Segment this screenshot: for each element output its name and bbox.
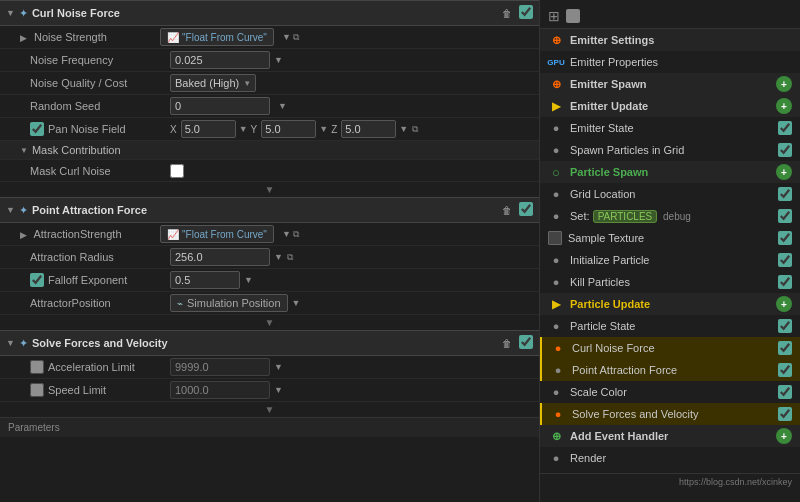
particle-update-add-btn[interactable]: + (776, 296, 792, 312)
spawn-particles-check[interactable] (778, 143, 792, 157)
y-dropdown[interactable]: ▼ (319, 124, 328, 134)
curl-noise-delete-btn[interactable]: 🗑 (499, 5, 515, 21)
parameters-tab[interactable]: Parameters (0, 417, 539, 437)
sidebar-item-point-attraction-force[interactable]: ● Point Attraction Force (540, 359, 800, 381)
sidebar-item-particle-spawn[interactable]: ○ Particle Spawn + (540, 161, 800, 183)
rs-dropdown-icon[interactable]: ▼ (278, 101, 287, 111)
sidebar-item-particle-update[interactable]: ▶ Particle Update + (540, 293, 800, 315)
noise-strength-expand[interactable]: ▶ (20, 33, 27, 43)
solve-forces-collapse-arrow[interactable]: ▼ (0, 402, 539, 417)
point-attraction-force-check[interactable] (778, 363, 792, 377)
pa-enabled-check[interactable] (519, 202, 533, 216)
particle-update-icon: ▶ (548, 296, 564, 312)
sl-dropdown-icon[interactable]: ▼ (274, 385, 283, 395)
sidebar-item-set-particles[interactable]: ● Set: PARTICLES debug (540, 205, 800, 227)
sidebar-item-emitter-update[interactable]: ▶ Emitter Update + (540, 95, 800, 117)
acceleration-limit-input[interactable] (170, 358, 270, 376)
attractor-position-value: ⌁ Simulation Position ▼ (170, 294, 531, 312)
sidebar-item-curl-noise-force[interactable]: ● Curl Noise Force (540, 337, 800, 359)
initialize-particle-icon: ● (548, 252, 564, 268)
random-seed-input[interactable] (170, 97, 270, 115)
al-dropdown-icon[interactable]: ▼ (274, 362, 283, 372)
sidebar-item-sample-texture[interactable]: Sample Texture (540, 227, 800, 249)
sim-position-btn[interactable]: ⌁ Simulation Position (170, 294, 288, 312)
emitter-spawn-add-btn[interactable]: + (776, 76, 792, 92)
sim-pos-icon: ⌁ (177, 298, 183, 309)
fe-dropdown-icon[interactable]: ▼ (244, 275, 253, 285)
attraction-radius-input[interactable] (170, 248, 270, 266)
sidebar-item-emitter-spawn[interactable]: ⊕ Emitter Spawn + (540, 73, 800, 95)
solve-forces-check[interactable] (778, 407, 792, 421)
pa-delete-btn[interactable]: 🗑 (499, 202, 515, 218)
sidebar-item-render[interactable]: ● Render (540, 447, 800, 469)
set-particles-label: Set: PARTICLES debug (570, 210, 778, 222)
mask-curl-noise-check[interactable] (170, 164, 184, 178)
noise-strength-curve-btn[interactable]: 📈 "Float From Curve" (160, 28, 274, 46)
pan-noise-y-input[interactable] (261, 120, 316, 138)
initialize-particle-check[interactable] (778, 253, 792, 267)
particle-spawn-add-btn[interactable]: + (776, 164, 792, 180)
kill-particles-check[interactable] (778, 275, 792, 289)
z-dropdown[interactable]: ▼ (399, 124, 408, 134)
pan-noise-x-input[interactable] (181, 120, 236, 138)
curl-noise-force-check[interactable] (778, 341, 792, 355)
ns-dropdown-icon[interactable]: ▼ (282, 32, 291, 43)
as-expand[interactable]: ▶ (20, 230, 27, 240)
speed-check[interactable] (30, 383, 44, 397)
sidebar-item-emitter-properties[interactable]: GPU Emitter Properties (540, 51, 800, 73)
ap-dropdown-icon[interactable]: ▼ (292, 298, 301, 308)
noise-quality-arrow: ▼ (243, 79, 251, 88)
ns-link-icon[interactable]: ⧉ (293, 32, 299, 43)
curl-noise-section-header[interactable]: ▼ ✦ Curl Noise Force 🗑 (0, 0, 539, 26)
sidebar-item-add-event-handler[interactable]: ⊕ Add Event Handler + (540, 425, 800, 447)
as-dropdown-icon[interactable]: ▼ (282, 229, 291, 240)
emitter-state-check[interactable] (778, 121, 792, 135)
particle-state-check[interactable] (778, 319, 792, 333)
sidebar-item-scale-color[interactable]: ● Scale Color (540, 381, 800, 403)
ar-link-icon[interactable]: ⧉ (287, 252, 293, 263)
add-event-handler-add-btn[interactable]: + (776, 428, 792, 444)
sf-delete-btn[interactable]: 🗑 (499, 335, 515, 351)
sidebar-item-emitter-state[interactable]: ● Emitter State (540, 117, 800, 139)
sidebar-item-initialize-particle[interactable]: ● Initialize Particle (540, 249, 800, 271)
accel-check[interactable] (30, 360, 44, 374)
sidebar-item-kill-particles[interactable]: ● Kill Particles (540, 271, 800, 293)
pan-noise-check[interactable] (30, 122, 44, 136)
ar-dropdown-icon[interactable]: ▼ (274, 252, 283, 262)
noise-quality-dropdown[interactable]: Baked (High) ▼ (170, 74, 256, 92)
set-particles-check[interactable] (778, 209, 792, 223)
noise-frequency-input[interactable] (170, 51, 270, 69)
sidebar-item-particle-state[interactable]: ● Particle State (540, 315, 800, 337)
falloff-exponent-input[interactable] (170, 271, 240, 289)
attraction-strength-value: 📈 "Float From Curve" ▼ ⧉ (160, 225, 531, 243)
sf-enabled-check[interactable] (519, 335, 533, 349)
grid-location-check[interactable] (778, 187, 792, 201)
mask-curl-noise-row: Mask Curl Noise (0, 160, 539, 182)
sidebar-item-solve-forces[interactable]: ● Solve Forces and Velocity (540, 403, 800, 425)
initialize-particle-label: Initialize Particle (570, 254, 778, 266)
scale-color-check[interactable] (778, 385, 792, 399)
sample-texture-check[interactable] (778, 231, 792, 245)
attractor-position-label: AttractorPosition (30, 297, 170, 309)
nf-dropdown-icon[interactable]: ▼ (274, 55, 283, 65)
mask-contribution-header[interactable]: ▼ Mask Contribution (0, 141, 539, 160)
emitter-update-add-btn[interactable]: + (776, 98, 792, 114)
sidebar-item-emitter-settings[interactable]: ⊕ Emitter Settings (540, 29, 800, 51)
sidebar-item-spawn-particles[interactable]: ● Spawn Particles in Grid (540, 139, 800, 161)
stack-icon[interactable]: ⊞ (548, 8, 560, 24)
pan-noise-z-input[interactable] (341, 120, 396, 138)
z-label: Z (331, 124, 337, 135)
speed-limit-input[interactable] (170, 381, 270, 399)
point-attraction-collapse-arrow[interactable]: ▼ (0, 315, 539, 330)
curl-noise-collapse-arrow[interactable]: ▼ (0, 182, 539, 197)
solve-forces-section-header[interactable]: ▼ ✦ Solve Forces and Velocity 🗑 (0, 330, 539, 356)
attraction-strength-curve-btn[interactable]: 📈 "Float From Curve" (160, 225, 274, 243)
point-attraction-section-header[interactable]: ▼ ✦ Point Attraction Force 🗑 (0, 197, 539, 223)
falloff-check[interactable] (30, 273, 44, 287)
x-dropdown[interactable]: ▼ (239, 124, 248, 134)
emitter-update-label: Emitter Update (570, 100, 776, 112)
curl-noise-enabled-check[interactable] (519, 5, 533, 19)
as-link-icon[interactable]: ⧉ (293, 229, 299, 240)
pnf-link-icon[interactable]: ⧉ (412, 124, 418, 135)
sidebar-item-grid-location[interactable]: ● Grid Location (540, 183, 800, 205)
